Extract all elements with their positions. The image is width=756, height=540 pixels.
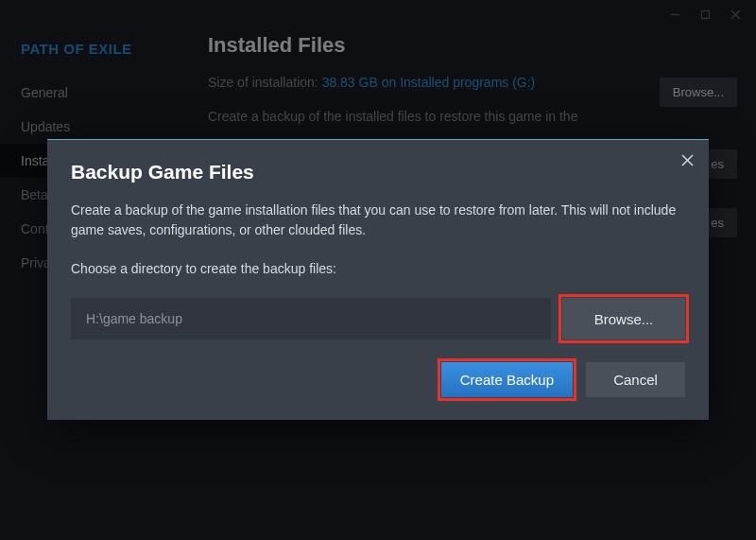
properties-window: PATH OF EXILE General Updates Installed … <box>0 0 756 540</box>
close-icon[interactable] <box>681 153 694 169</box>
path-row: Browse... <box>71 298 685 340</box>
create-backup-button[interactable]: Create Backup <box>441 362 573 397</box>
dialog-title: Backup Game Files <box>71 161 685 183</box>
dialog-description: Create a backup of the game installation… <box>71 200 685 240</box>
dialog-actions: Create Backup Cancel <box>71 362 685 397</box>
backup-dialog: Backup Game Files Create a backup of the… <box>47 139 709 420</box>
choose-directory-label: Choose a directory to create the backup … <box>71 259 685 279</box>
browse-button[interactable]: Browse... <box>562 298 685 340</box>
cancel-button[interactable]: Cancel <box>586 362 685 397</box>
backup-path-input[interactable] <box>71 298 551 340</box>
